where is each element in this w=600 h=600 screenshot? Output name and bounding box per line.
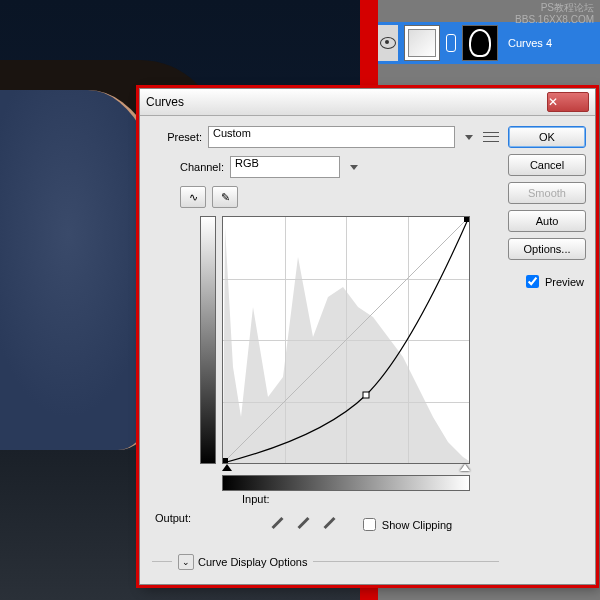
black-eyedropper[interactable] <box>269 516 287 534</box>
layer-mask-thumbnail[interactable] <box>462 25 498 61</box>
watermark: PS教程论坛 BBS.16XX8.COM <box>515 2 594 26</box>
curve-tool-icon: ∿ <box>189 191 198 204</box>
pencil-tool[interactable]: ✎ <box>212 186 238 208</box>
gray-eyedropper[interactable] <box>295 516 313 534</box>
close-button[interactable]: ✕ <box>547 92 589 112</box>
curves-grid[interactable] <box>222 216 470 464</box>
white-eyedropper[interactable] <box>321 516 339 534</box>
svg-rect-3 <box>223 458 228 463</box>
preset-label: Preset: <box>152 131 202 143</box>
chevron-down-icon <box>350 165 358 170</box>
eye-icon <box>380 37 396 49</box>
svg-rect-4 <box>464 217 469 222</box>
curves-dialog: Curves ✕ Preset: Custom Channel: RGB ∿ ✎… <box>139 88 596 585</box>
show-clipping-checkbox[interactable]: Show Clipping <box>359 515 452 534</box>
auto-button[interactable]: Auto <box>508 210 586 232</box>
layer-row[interactable]: Curves 4 <box>378 22 600 64</box>
cancel-button[interactable]: Cancel <box>508 154 586 176</box>
preset-dropdown[interactable]: Custom <box>208 126 455 148</box>
dialog-titlebar[interactable]: Curves ✕ <box>140 89 595 116</box>
link-icon[interactable] <box>446 34 456 52</box>
pencil-icon: ✎ <box>221 191 230 204</box>
output-label: Output: <box>155 512 191 524</box>
preset-menu-icon[interactable] <box>483 130 499 144</box>
mask-shape-icon <box>469 29 491 57</box>
dialog-title: Curves <box>146 95 547 109</box>
adjustment-thumbnail[interactable] <box>404 25 440 61</box>
output-gradient <box>200 216 216 464</box>
close-icon: ✕ <box>548 95 588 109</box>
expand-icon: ⌄ <box>178 554 194 570</box>
visibility-toggle[interactable] <box>378 25 398 61</box>
white-point-slider[interactable] <box>460 464 470 471</box>
curve-point-tool[interactable]: ∿ <box>180 186 206 208</box>
layer-name[interactable]: Curves 4 <box>508 37 552 49</box>
watermark-line1: PS教程论坛 <box>515 2 594 14</box>
chevron-down-icon <box>465 135 473 140</box>
watermark-line2: BBS.16XX8.COM <box>515 14 594 26</box>
channel-dropdown[interactable]: RGB <box>230 156 340 178</box>
black-point-slider[interactable] <box>222 464 232 471</box>
preview-checkbox[interactable]: Preview <box>522 272 584 291</box>
ok-button[interactable]: OK <box>508 126 586 148</box>
input-gradient <box>222 475 470 491</box>
curves-icon <box>408 29 436 57</box>
input-label: Input: <box>242 493 270 505</box>
curve-line <box>223 217 469 463</box>
channel-label: Channel: <box>152 161 224 173</box>
smooth-button[interactable]: Smooth <box>508 182 586 204</box>
svg-line-1 <box>223 217 469 463</box>
curve-display-options-toggle[interactable]: ⌄Curve Display Options <box>152 548 499 576</box>
svg-rect-2 <box>363 392 369 398</box>
options-button[interactable]: Options... <box>508 238 586 260</box>
